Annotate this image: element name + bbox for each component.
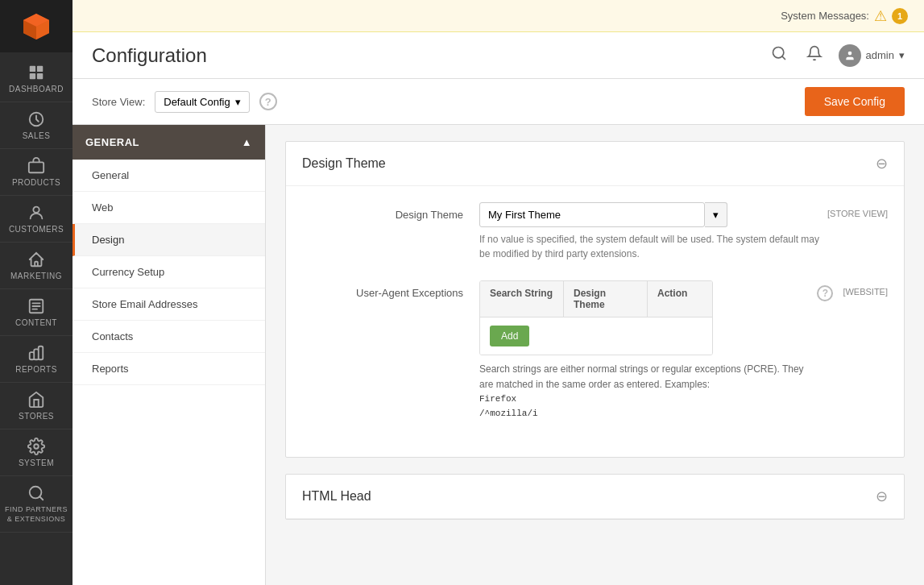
svg-point-14 — [847, 51, 851, 55]
sidebar-item-products-label: PRODUCTS — [12, 178, 60, 187]
svg-rect-0 — [30, 66, 35, 72]
html-head-section-header[interactable]: HTML Head ⊖ — [286, 475, 904, 519]
svg-rect-2 — [30, 73, 35, 79]
design-theme-value: My First Theme — [488, 209, 561, 221]
system-messages-label: System Messages: — [781, 10, 869, 22]
sidebar-item-customers[interactable]: CUSTOMERS — [0, 196, 73, 243]
left-nav-item-reports[interactable]: Reports — [73, 353, 265, 385]
page-title: Configuration — [92, 44, 207, 67]
admin-label: admin — [866, 49, 894, 61]
svg-rect-3 — [37, 73, 43, 79]
store-view-value: Default Config — [164, 96, 230, 108]
ua-help-icon[interactable]: ? — [817, 285, 833, 301]
ua-exceptions-label: User-Agent Exceptions — [302, 280, 479, 299]
design-theme-scope: [STORE VIEW] — [827, 202, 888, 218]
ua-exceptions-row: User-Agent Exceptions Search String Desi… — [302, 280, 888, 421]
ua-table: Search String Design Theme Action Add — [479, 280, 713, 355]
left-nav-item-design[interactable]: Design — [73, 224, 265, 256]
html-head-collapse-icon: ⊖ — [876, 488, 888, 505]
design-theme-dropdown-btn[interactable]: ▾ — [705, 202, 727, 227]
ua-table-header: Search String Design Theme Action — [480, 281, 712, 317]
admin-avatar — [839, 44, 861, 67]
sidebar-item-reports-label: REPORTS — [15, 365, 57, 374]
ua-col-search-string: Search String — [480, 281, 564, 317]
save-config-button[interactable]: Save Config — [805, 87, 905, 116]
ua-description: Search strings are either normal strings… — [479, 362, 807, 421]
left-nav-item-currency-setup[interactable]: Currency Setup — [73, 256, 265, 288]
top-header: Configuration admin ▾ — [73, 32, 924, 79]
sidebar: DASHBOARD SALES PRODUCTS CUSTOMERS MARKE… — [0, 0, 73, 585]
ua-exceptions-field: Search String Design Theme Action Add — [479, 280, 888, 421]
sidebar-item-system-label: SYSTEM — [19, 458, 54, 467]
html-head-section-title: HTML Head — [302, 489, 371, 504]
admin-menu[interactable]: admin ▾ — [839, 44, 905, 67]
sidebar-item-dashboard[interactable]: DASHBOARD — [0, 56, 73, 102]
help-icon[interactable]: ? — [259, 93, 277, 110]
store-view-select[interactable]: Default Config ▾ — [155, 91, 249, 113]
left-nav-item-web[interactable]: Web — [73, 192, 265, 224]
svg-rect-1 — [37, 66, 43, 72]
html-head-section: HTML Head ⊖ — [285, 474, 905, 520]
design-theme-collapse-icon: ⊖ — [876, 155, 888, 172]
left-nav-item-store-email-addresses[interactable]: Store Email Addresses — [73, 288, 265, 321]
design-theme-section: Design Theme ⊖ Design Theme My First The… — [285, 141, 905, 458]
sidebar-item-content-label: CONTENT — [15, 318, 57, 327]
left-nav-section-title: GENERAL — [85, 136, 139, 148]
left-nav-item-general[interactable]: General — [73, 160, 265, 192]
system-message-text: System Messages: ⚠ 1 — [781, 7, 908, 25]
sidebar-item-system[interactable]: SYSTEM — [0, 429, 73, 476]
design-theme-field: My First Theme ▾ If no value is specifie… — [479, 202, 819, 261]
right-panel: Design Theme ⊖ Design Theme My First The… — [266, 125, 924, 585]
ua-example-1: Firefox — [479, 392, 807, 407]
main-content: System Messages: ⚠ 1 Configuration — [73, 0, 924, 585]
sidebar-item-marketing[interactable]: MARKETING — [0, 243, 73, 289]
left-nav-item-contacts[interactable]: Contacts — [73, 321, 265, 353]
store-view-label: Store View: — [92, 96, 145, 108]
sidebar-item-reports[interactable]: REPORTS — [0, 336, 73, 383]
ua-col-action: Action — [648, 281, 712, 317]
ua-example-2: /^mozilla/i — [479, 407, 807, 421]
header-actions: admin ▾ — [768, 42, 905, 68]
design-theme-select[interactable]: My First Theme — [479, 202, 705, 227]
search-button[interactable] — [768, 42, 790, 68]
content-area: GENERAL ▲ General Web Design Currency Se… — [73, 125, 924, 585]
system-message-bar: System Messages: ⚠ 1 — [73, 0, 924, 32]
ua-col-design-theme: Design Theme — [564, 281, 648, 317]
sidebar-item-find-partners-label: FIND PARTNERS & EXTENSIONS — [3, 505, 69, 524]
sidebar-item-stores[interactable]: STORES — [0, 383, 73, 429]
sidebar-item-products[interactable]: PRODUCTS — [0, 149, 73, 196]
sidebar-item-content[interactable]: CONTENT — [0, 289, 73, 336]
notifications-button[interactable] — [803, 42, 826, 68]
admin-chevron-icon: ▾ — [899, 49, 905, 61]
svg-rect-5 — [29, 162, 44, 172]
ua-add-button[interactable]: Add — [490, 326, 529, 346]
svg-point-11 — [34, 444, 39, 449]
ua-table-body: Add — [480, 317, 712, 355]
sidebar-item-marketing-label: MARKETING — [10, 272, 62, 280]
left-nav-collapse-icon: ▲ — [242, 136, 252, 148]
store-view-chevron-icon: ▾ — [235, 96, 241, 108]
sidebar-item-sales[interactable]: SALES — [0, 102, 73, 149]
sidebar-item-sales-label: SALES — [23, 131, 51, 140]
left-nav-section-header[interactable]: GENERAL ▲ — [73, 125, 265, 160]
design-theme-section-body: Design Theme My First Theme ▾ If no valu… — [286, 186, 904, 457]
ua-scope: [WEBSITE] — [843, 280, 888, 297]
store-view-row: Store View: Default Config ▾ ? — [92, 91, 277, 113]
sidebar-item-find-partners[interactable]: FIND PARTNERS & EXTENSIONS — [0, 476, 73, 533]
ua-row: Search String Design Theme Action Add — [479, 280, 888, 421]
design-theme-hint: If no value is specified, the system def… — [479, 232, 819, 261]
sidebar-item-stores-label: STORES — [19, 412, 54, 421]
design-theme-label: Design Theme — [302, 202, 479, 221]
config-bar: Store View: Default Config ▾ ? Save Conf… — [73, 79, 924, 125]
design-theme-section-header[interactable]: Design Theme ⊖ — [286, 142, 904, 186]
sidebar-item-dashboard-label: DASHBOARD — [9, 85, 64, 93]
svg-point-6 — [33, 207, 39, 213]
sidebar-logo — [0, 0, 73, 52]
left-nav: GENERAL ▲ General Web Design Currency Se… — [73, 125, 266, 585]
design-theme-row: Design Theme My First Theme ▾ If no valu… — [302, 202, 888, 261]
design-theme-section-title: Design Theme — [302, 156, 386, 171]
sidebar-item-customers-label: CUSTOMERS — [9, 225, 64, 234]
system-message-count: 1 — [892, 8, 908, 24]
warning-icon: ⚠ — [874, 7, 887, 25]
